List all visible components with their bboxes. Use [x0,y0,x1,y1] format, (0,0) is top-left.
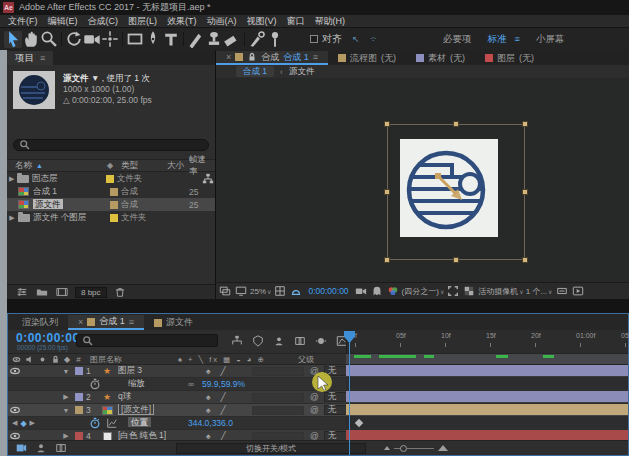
trash-icon[interactable] [113,285,127,299]
quality-switch[interactable]: ╱ [221,405,226,415]
view-layout-dropdown[interactable]: 1 个...∨ [526,286,553,297]
project-bit-depth[interactable]: 8 bpc [75,287,107,298]
monitor-icon[interactable] [234,284,248,298]
panel-menu-icon[interactable]: ≡ [40,53,45,63]
constrain-link-icon[interactable]: ∞ [188,379,202,389]
property-row-位置[interactable]: ◀◆▶位置344.0,336.0 [8,417,628,430]
project-row-3[interactable]: ▶源文件 个图层文件夹 [7,211,215,224]
sort-ascending-icon[interactable]: ▲ [36,162,43,169]
quality-switch[interactable]: ╱ [221,366,226,376]
layer-selection-box[interactable] [387,124,525,260]
label-color-swatch[interactable] [110,201,118,209]
audio-icon[interactable] [24,354,35,365]
selection-handle-0[interactable] [384,121,390,127]
resolution-dropdown[interactable]: (四分之一)∨ [402,286,445,297]
project-table-header[interactable]: 名称 ▲ ◆ 类型 大小 帧速率 [7,159,215,172]
project-search-input[interactable] [13,139,209,151]
viewer-timecode[interactable]: 0:00:00:00 [305,286,351,296]
3d-view-dropdown[interactable]: 活动摄像机∨ [478,286,523,297]
property-value[interactable]: 344.0,336.0 [188,418,233,428]
tool-eraser-icon[interactable] [223,31,241,48]
close-tab-icon[interactable]: × [78,317,83,327]
twirl-icon[interactable]: ▶ [7,175,17,183]
layer-name[interactable]: 图层 3 [118,365,206,377]
menu-item-5[interactable]: 动画(A) [202,15,242,28]
parent-column[interactable]: 父级 [298,354,346,365]
dropdown-caret-icon[interactable]: ∨ [519,288,523,295]
property-value[interactable]: 59.9,59.9% [202,379,245,389]
layer-label-swatch[interactable] [75,406,83,414]
layer-label-swatch[interactable] [75,393,83,401]
layer-name[interactable]: q球 [118,391,206,403]
dropdown-caret-icon[interactable]: ∨ [440,288,444,295]
mask-visibility-icon[interactable] [289,284,303,298]
selection-handle-1[interactable] [453,121,459,127]
prev-keyframe-icon[interactable]: ◀ [12,419,17,427]
show-channel-icon[interactable] [386,284,400,298]
tool-rectangle-icon[interactable] [126,31,144,48]
project-row-1[interactable]: 合成 1合成25 [7,185,215,198]
selection-handle-3[interactable] [384,189,390,195]
zoom-knob[interactable] [400,445,407,452]
transparency-grid-icon[interactable] [462,284,476,298]
menu-item-8[interactable]: 帮助(H) [310,15,351,28]
layer-switches[interactable]: ♠╱ [206,392,252,402]
dropdown-caret-icon[interactable]: ∨ [548,288,552,295]
interpret-footage-icon[interactable] [15,285,29,299]
selection-handle-6[interactable] [453,257,459,263]
project-row-0[interactable]: ▶固态层文件夹 [7,172,215,185]
motion-blur-icon[interactable] [314,334,328,348]
tool-camera-icon[interactable] [83,31,101,48]
layer-label-swatch[interactable] [75,432,83,440]
parent-pickwhip-icon[interactable]: @ [310,392,324,402]
layer-twirl-icon[interactable]: ▼ [60,407,72,414]
label-color-swatch[interactable] [110,188,118,196]
hide-shy-layers-icon[interactable] [272,334,286,348]
project-row-2[interactable]: 源文件合成25 [7,198,215,211]
menu-item-4[interactable]: 效果(T) [162,15,202,28]
grid-options-icon[interactable] [273,284,287,298]
tab-project[interactable]: 项目 ≡ [7,51,53,65]
draft-3d-icon[interactable] [251,334,265,348]
snapshot-icon[interactable] [354,284,368,298]
stopwatch-icon[interactable] [88,377,102,391]
tool-pan-behind-icon[interactable] [101,31,119,48]
layer-duration-bar[interactable] [346,391,628,402]
property-name[interactable]: 缩放 [128,378,188,390]
twirl-icon[interactable]: ▶ [7,214,17,222]
label-color-swatch[interactable] [110,214,118,222]
panel-menu-icon[interactable]: ≡ [313,52,318,62]
timeline-search-input[interactable] [76,334,218,347]
layer-duration-bar[interactable] [346,365,628,376]
tab-render-queue[interactable]: 渲染队列 [8,315,68,330]
frame-blend-icon[interactable] [54,441,68,455]
grid-overlay-icon[interactable]: ⁘ [370,34,378,44]
tool-rotate-icon[interactable] [65,31,83,48]
zoom-out-icon[interactable] [384,446,390,450]
anchor-switch[interactable]: ♠ [206,392,211,402]
current-time-display[interactable]: 0:00:00:00 [16,331,80,345]
tool-type-icon[interactable] [162,31,180,48]
workspace-2[interactable]: 小屏幕 [536,33,565,46]
tool-brush-icon[interactable] [187,31,205,48]
workspace-1[interactable]: 标准 [488,33,507,46]
quality-switch[interactable]: ╱ [221,392,226,402]
tool-hand-icon[interactable] [22,31,40,48]
toggle-switches-modes-button[interactable]: 切换开关/模式 [176,443,366,454]
menu-item-1[interactable]: 编辑(E) [43,15,83,28]
anchor-switch[interactable]: ♠ [206,405,211,415]
shy-layers-icon[interactable] [34,441,48,455]
tab-timeline-source[interactable]: 源文件 [144,315,203,330]
keyframe-navigator[interactable]: ◀◆▶ [8,419,42,428]
show-snapshot-icon[interactable] [370,284,384,298]
selection-handle-7[interactable] [522,257,528,263]
keyframe-toggle-icon[interactable]: ◆ [20,419,26,428]
tool-selection-icon[interactable] [4,31,22,48]
layer-switches[interactable]: ♠╱ [206,405,252,415]
layer-twirl-icon[interactable]: ▶ [60,432,72,440]
property-name[interactable]: 位置 [128,417,188,429]
next-keyframe-icon[interactable]: ▶ [30,419,35,427]
snapshot-compare-icon[interactable] [218,284,232,298]
layer-twirl-icon[interactable]: ▼ [60,368,72,375]
selection-handle-2[interactable] [522,121,528,127]
